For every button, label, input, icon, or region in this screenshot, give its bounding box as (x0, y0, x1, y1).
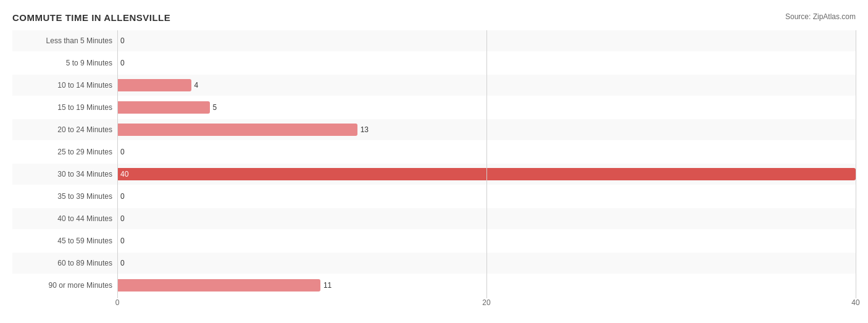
bar-track: 4 (117, 79, 856, 91)
chart-source: Source: ZipAtlas.com (785, 12, 856, 21)
bar-row: 25 to 29 Minutes0 (12, 141, 856, 162)
bar-value: 0 (120, 148, 125, 156)
bar-label: 20 to 24 Minutes (12, 125, 117, 134)
x-tick: 20 (482, 298, 490, 307)
bar-fill (117, 279, 320, 292)
bar-track: 0 (117, 35, 856, 47)
bar-value: 11 (323, 281, 332, 290)
x-tick: 0 (115, 298, 120, 307)
bar-label: 30 to 34 Minutes (12, 170, 117, 178)
bar-track: 0 (117, 57, 856, 69)
bar-row: 40 to 44 Minutes0 (12, 208, 856, 229)
chart-title: COMMUTE TIME IN ALLENSVILLE (12, 12, 170, 23)
bar-value: 0 (120, 192, 125, 201)
bar-value: 0 (120, 259, 125, 267)
bar-track: 5 (117, 101, 856, 114)
bar-fill (117, 101, 210, 114)
bar-track: 0 (117, 257, 856, 269)
bar-value: 0 (120, 237, 125, 245)
bar-label: 90 or more Minutes (12, 281, 117, 290)
bar-value: 0 (120, 59, 125, 67)
bar-label: 10 to 14 Minutes (12, 81, 117, 90)
bar-value: 4 (194, 81, 199, 90)
bar-value: 13 (361, 125, 369, 134)
bar-row: 30 to 34 Minutes40 (12, 164, 856, 185)
bars-container: Less than 5 Minutes05 to 9 Minutes010 to… (12, 30, 856, 296)
bar-track: 11 (117, 279, 856, 292)
chart-header: COMMUTE TIME IN ALLENSVILLE Source: ZipA… (12, 12, 856, 23)
bar-row: 5 to 9 Minutes0 (12, 52, 856, 73)
bar-label: 25 to 29 Minutes (12, 148, 117, 156)
bar-fill (117, 124, 357, 136)
bar-value: 40 (120, 170, 128, 178)
bar-track: 0 (117, 190, 856, 203)
x-axis-container: 02040 (12, 298, 856, 311)
bar-value: 5 (213, 103, 217, 112)
bar-track: 0 (117, 212, 856, 225)
bar-label: 35 to 39 Minutes (12, 192, 117, 201)
bar-label: 15 to 19 Minutes (12, 103, 117, 112)
bar-track: 0 (117, 146, 856, 158)
bar-fill (117, 79, 191, 91)
bar-row: 60 to 89 Minutes0 (12, 253, 856, 274)
bar-row: 45 to 59 Minutes0 (12, 230, 856, 251)
bar-label: Less than 5 Minutes (12, 36, 117, 45)
bar-track: 13 (117, 124, 856, 136)
bar-label: 45 to 59 Minutes (12, 237, 117, 245)
bar-row: 35 to 39 Minutes0 (12, 186, 856, 207)
bar-row: 90 or more Minutes11 (12, 275, 856, 296)
bar-track: 0 (117, 235, 856, 247)
chart-area: Less than 5 Minutes05 to 9 Minutes010 to… (12, 30, 856, 311)
bar-row: Less than 5 Minutes0 (12, 30, 856, 51)
bar-label: 5 to 9 Minutes (12, 59, 117, 67)
bar-fill: 40 (117, 168, 856, 180)
bar-row: 20 to 24 Minutes13 (12, 119, 856, 140)
bar-row: 15 to 19 Minutes5 (12, 97, 856, 118)
bar-value: 0 (120, 214, 125, 223)
x-tick: 40 (851, 298, 859, 307)
bar-label: 60 to 89 Minutes (12, 259, 117, 267)
bar-row: 10 to 14 Minutes4 (12, 75, 856, 96)
chart-container: COMMUTE TIME IN ALLENSVILLE Source: ZipA… (0, 6, 868, 323)
bar-value: 0 (120, 36, 125, 45)
bar-track: 40 (117, 168, 856, 180)
bar-label: 40 to 44 Minutes (12, 214, 117, 223)
grid-line (856, 30, 856, 298)
